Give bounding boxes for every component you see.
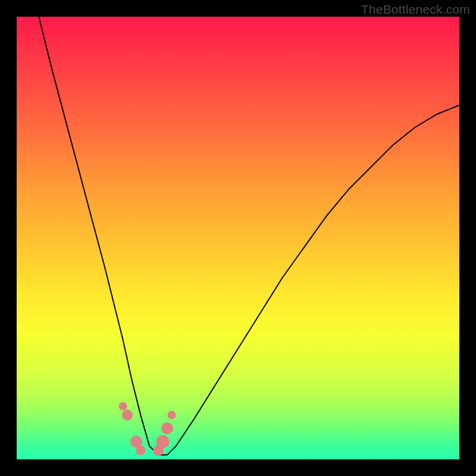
marker-point: [167, 411, 176, 419]
marker-point: [136, 446, 145, 455]
outer-frame: TheBottleneck.com: [0, 0, 476, 476]
chart-svg: [17, 17, 459, 459]
marker-group: [119, 402, 176, 456]
marker-point: [122, 410, 133, 421]
marker-point: [119, 402, 127, 411]
marker-point: [161, 422, 173, 434]
bottleneck-curve: [39, 17, 459, 455]
marker-point: [156, 435, 170, 448]
plot-area: [17, 17, 459, 459]
watermark-text: TheBottleneck.com: [361, 2, 470, 17]
